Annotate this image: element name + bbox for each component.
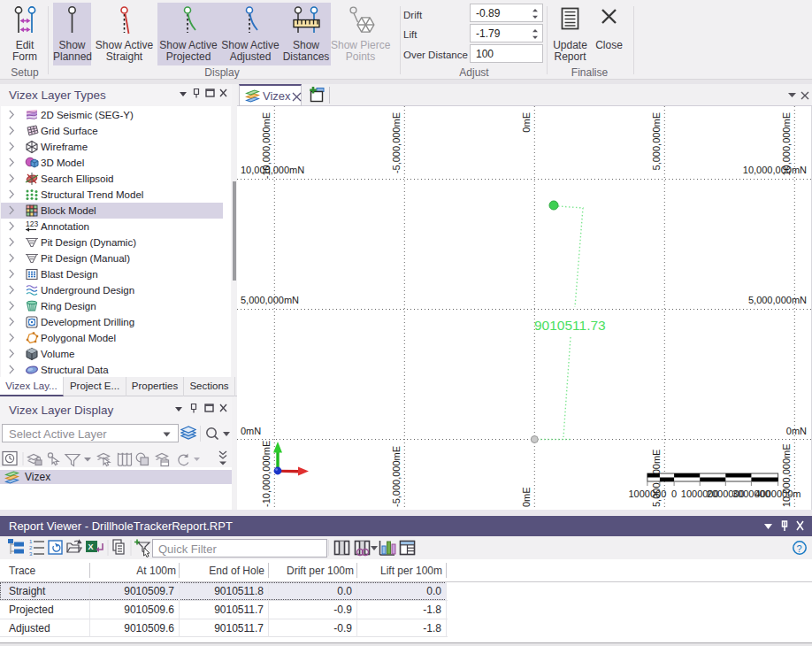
svg-text:-10,000,000mE: -10,000,000mE [261,441,272,507]
svg-text:0mE: 0mE [521,112,532,133]
svg-text:4000000m: 4000000m [755,488,801,499]
svg-text:X: X [88,542,94,551]
svg-text:0mE: 0mE [521,487,532,507]
svg-text:0mN: 0mN [786,426,807,436]
svg-text:1000000: 1000000 [628,488,666,499]
svg-text:3: 3 [29,551,33,557]
svg-text:5,000,000mE: 5,000,000mE [651,112,662,170]
svg-text:5,000,000mN: 5,000,000mN [241,295,299,305]
svg-text:?: ? [797,543,802,554]
svg-text:5,000,000mN: 5,000,000mN [748,295,807,305]
svg-text:-10,000,000mE: -10,000,000mE [261,112,272,179]
svg-text:2: 2 [29,545,33,550]
svg-text:1: 1 [29,539,33,544]
svg-text:-5,000,000mE: -5,000,000mE [391,446,402,507]
svg-text:10,000,000mN: 10,000,000mN [241,165,304,175]
svg-text:9010511.73: 9010511.73 [534,318,606,333]
svg-text:10,000,000mE: 10,000,000mE [781,112,792,176]
svg-text:-5,000,000mE: -5,000,000mE [391,112,402,173]
svg-text:0: 0 [671,488,677,499]
svg-text:123: 123 [26,219,38,228]
svg-text:10,000,000mN: 10,000,000mN [743,165,807,175]
svg-text:0mN: 0mN [241,426,261,436]
